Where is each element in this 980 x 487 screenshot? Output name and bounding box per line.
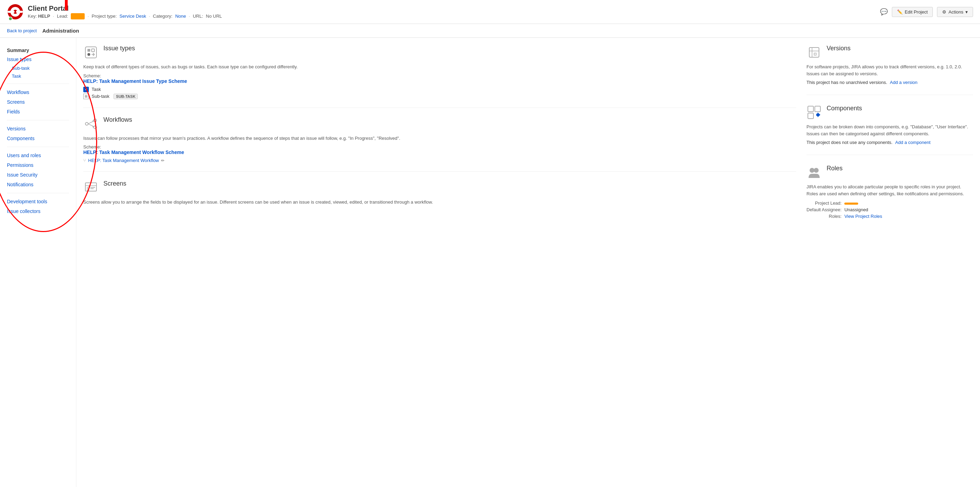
svg-point-11 (94, 119, 97, 122)
url-label: URL: (193, 14, 204, 19)
svg-rect-7 (88, 49, 90, 52)
chevron-down-icon: ▾ (966, 10, 968, 14)
lead-value-highlight (71, 13, 85, 19)
header: Client Portal Key: HELP · Lead: · Projec… (0, 0, 980, 24)
svg-rect-23 (90, 187, 95, 188)
nav-bar: Back to project Administration (0, 24, 980, 38)
sidebar-item-fields[interactable]: Fields (0, 107, 76, 117)
sidebar-item-workflows[interactable]: Workflows (0, 87, 76, 97)
versions-description: For software projects, JIRA allows you t… (807, 63, 973, 77)
svg-rect-20 (87, 187, 88, 188)
svg-point-5 (9, 17, 12, 20)
project-type-link[interactable]: Service Desk (119, 14, 146, 19)
svg-point-12 (94, 126, 97, 128)
content-area: Issue types Keep track of different type… (76, 38, 980, 487)
workflow-edit-icon[interactable]: ✏ (161, 158, 164, 163)
svg-point-32 (816, 113, 819, 116)
project-type-label: Project type: (92, 14, 116, 19)
svg-rect-25 (809, 48, 819, 57)
header-info: Client Portal Key: HELP · Lead: · Projec… (28, 5, 880, 19)
sidebar-divider-4 (7, 193, 69, 193)
sidebar-item-versions[interactable]: Versions (0, 124, 76, 133)
versions-title: Versions (827, 45, 851, 52)
category-link[interactable]: None (175, 14, 186, 19)
svg-point-34 (814, 168, 819, 173)
components-title: Components (827, 105, 862, 112)
default-assignee-label: Default Assignee: (807, 207, 842, 212)
main-layout: Summary Issue types Sub-task Task Workfl… (0, 38, 980, 487)
issue-types-scheme-link[interactable]: HELP: Task Management Issue Type Scheme (83, 78, 187, 84)
svg-rect-22 (87, 190, 88, 190)
back-to-project-link[interactable]: Back to project (7, 25, 37, 37)
notification-bell-icon[interactable]: 💬 (880, 8, 888, 16)
svg-point-33 (810, 168, 815, 173)
list-item: ✓ Task (83, 87, 796, 92)
issue-types-section: Issue types Keep track of different type… (83, 45, 796, 108)
workflows-description: Issues can follow processes that mirror … (83, 135, 796, 142)
svg-rect-21 (87, 188, 88, 189)
default-assignee-value: Unassigned (844, 207, 973, 212)
roles-label: Roles: (807, 214, 842, 219)
components-note: This project does not use any components… (807, 140, 973, 145)
components-header: Components (807, 105, 973, 120)
sidebar-item-task[interactable]: Task (0, 72, 76, 80)
workflow-detail-link[interactable]: HELP: Task Management Workflow (88, 158, 159, 163)
sidebar-item-sub-task[interactable]: Sub-task (0, 64, 76, 72)
key-label: Key: HELP (28, 14, 50, 19)
svg-rect-3 (8, 11, 14, 13)
workflow-branch-icon: ⑂ (83, 158, 86, 163)
svg-point-9 (88, 53, 90, 56)
project-logo (7, 3, 24, 20)
sidebar-item-issue-collectors[interactable]: Issue collectors (0, 206, 76, 216)
workflows-scheme-link[interactable]: HELP: Task Management Workflow Scheme (83, 149, 184, 155)
sidebar-item-permissions[interactable]: Permissions (0, 160, 76, 170)
components-icon (807, 105, 822, 120)
sidebar-item-users-and-roles[interactable]: Users and roles (0, 151, 76, 160)
sidebar-item-issue-security[interactable]: Issue Security (0, 170, 76, 180)
svg-rect-8 (92, 49, 94, 52)
issue-types-description: Keep track of different types of issues,… (83, 63, 796, 70)
url-value: No URL (206, 14, 222, 19)
view-project-roles-link[interactable]: View Project Roles (844, 214, 973, 219)
workflows-section: Workflows Issues can follow processes th… (83, 116, 796, 172)
project-title: Client Portal (28, 5, 880, 13)
workflow-link-row: ⑂ HELP: Task Management Workflow ✏ (83, 158, 796, 163)
svg-rect-28 (808, 106, 813, 112)
content-left: Issue types Keep track of different type… (83, 45, 796, 482)
screens-section: Screens Screens allow you to arrange the… (83, 180, 796, 214)
sidebar: Summary Issue types Sub-task Task Workfl… (0, 38, 76, 487)
issue-type-list: ✓ Task ⊞ Sub-task SUB-TASK (83, 87, 796, 99)
sidebar-item-development-tools[interactable]: Development tools (0, 197, 76, 206)
screens-icon (83, 180, 99, 195)
roles-section: Roles JIRA enables you to allocate parti… (807, 165, 973, 228)
roles-description: JIRA enables you to allocate particular … (807, 184, 973, 197)
edit-project-button[interactable]: ✏️ Edit Project (892, 7, 933, 17)
actions-button[interactable]: ⚙ Actions ▾ (937, 7, 973, 17)
svg-rect-30 (808, 113, 813, 119)
roles-icon (807, 165, 822, 180)
add-version-link[interactable]: Add a version (890, 80, 918, 85)
sidebar-item-screens[interactable]: Screens (0, 97, 76, 107)
components-description: Projects can be broken down into compone… (807, 124, 973, 137)
sidebar-item-components[interactable]: Components (0, 133, 76, 143)
sidebar-divider-2 (7, 120, 69, 121)
sidebar-item-notifications[interactable]: Notifications (0, 180, 76, 189)
roles-header: Roles (807, 165, 973, 180)
content-right: Versions For software projects, JIRA all… (807, 45, 973, 482)
lead-label: Lead: (57, 14, 68, 19)
header-meta: Key: HELP · Lead: · Project type: Servic… (28, 13, 880, 19)
versions-note: This project has no unarchived versions.… (807, 80, 973, 85)
components-section: Components Projects can be broken down i… (807, 105, 973, 155)
sidebar-divider-1 (7, 84, 69, 84)
add-component-link[interactable]: Add a component (895, 140, 931, 145)
admin-label: Administration (42, 24, 79, 37)
sidebar-summary-label: Summary (0, 45, 76, 54)
versions-header: Versions (807, 45, 973, 60)
workflows-title: Workflows (103, 116, 132, 124)
subtask-label: Sub-task (92, 94, 109, 99)
task-checkbox-icon: ✓ (83, 87, 89, 92)
screens-header: Screens (83, 180, 796, 195)
subtask-badge: SUB-TASK (113, 94, 138, 99)
sidebar-item-issue-types[interactable]: Issue types (0, 54, 76, 64)
subtask-icon: ⊞ (83, 94, 89, 99)
